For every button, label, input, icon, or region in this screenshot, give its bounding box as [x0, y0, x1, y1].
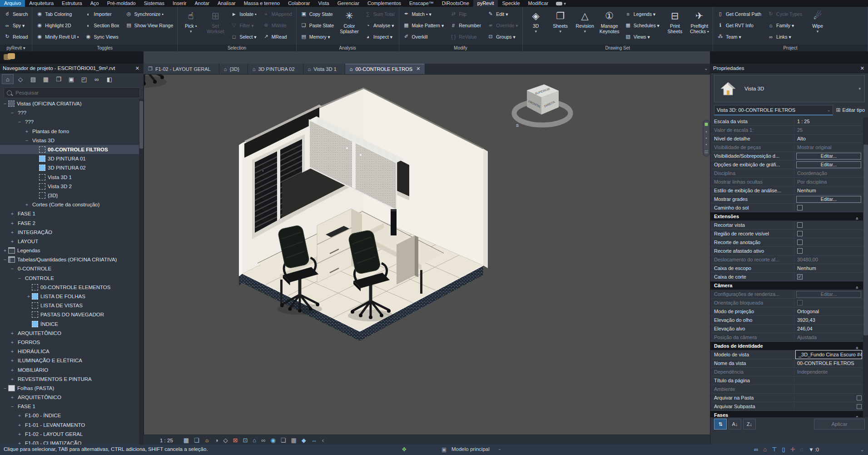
property-row[interactable]: Câmera » — [710, 281, 863, 290]
property-row[interactable]: Elevação do olho 3920,43 — [710, 316, 863, 325]
parts-icon[interactable]: ◰ — [78, 74, 90, 84]
set-workset-button[interactable]: ⊞SetWorkset — [203, 7, 228, 34]
tree-item[interactable]: + Plantas de forro — [0, 127, 139, 136]
menu-tab[interactable]: Aço — [86, 0, 103, 7]
ribbon-button[interactable]: ◐Importer — [83, 8, 122, 20]
tree-expander[interactable]: − — [2, 385, 8, 391]
chevron-down-icon[interactable]: ▾ — [858, 86, 861, 91]
edit-type-button[interactable]: ⊞ Editar tipo — [836, 107, 865, 113]
sort-default-icon[interactable]: ⇅ — [714, 419, 727, 430]
ribbon-button[interactable]: ✐Overkill — [401, 31, 446, 42]
menu-tab[interactable]: Estrutura — [58, 0, 86, 7]
property-value[interactable]: Editar... — [796, 161, 861, 168]
menu-tab[interactable]: Speckle — [498, 0, 524, 7]
ribbon-button[interactable]: ◉Sync Views — [83, 31, 122, 42]
menu-extra[interactable]: ▾ — [552, 0, 570, 7]
ribbon-button[interactable]: ∞Spy ▾ — [2, 20, 30, 31]
browser-search[interactable] — [4, 87, 140, 98]
tree-expander[interactable]: + — [9, 230, 15, 235]
ribbon-button[interactable]: ▤Show View Range — [124, 20, 176, 31]
preflight-checks-button[interactable]: ✈PreflightChecks • — [687, 7, 712, 34]
property-row[interactable]: Modelo de vista _3D_Fundo Cinza Escuro #… — [710, 350, 863, 359]
view-tab[interactable]: ⌂ {3D} — [219, 64, 248, 74]
tree-item[interactable]: {3D} — [0, 191, 139, 200]
menu-tab[interactable]: Arquitetura — [25, 0, 58, 7]
highlight-displacement-icon[interactable]: ◆ — [302, 435, 306, 445]
tree-expander[interactable]: − — [9, 110, 15, 115]
property-value[interactable] — [794, 299, 863, 307]
color-splasher-button[interactable]: ✳ColorSplasher — [337, 7, 362, 34]
close-icon[interactable]: ✕ — [859, 65, 866, 71]
wipe-button[interactable]: ☄Wipe▾ — [805, 7, 830, 34]
tree-expander[interactable]: − — [16, 119, 23, 125]
property-value[interactable]: 3920,43 — [794, 316, 863, 324]
tree-item[interactable]: − ??? — [0, 108, 139, 117]
property-value[interactable]: Nenhum — [794, 186, 863, 195]
ribbon-button[interactable]: ❏Paste State — [298, 20, 336, 31]
view-tab[interactable]: ⌂ Vista 3D 1 — [303, 64, 345, 74]
property-value[interactable] — [794, 385, 863, 393]
property-value[interactable]: Coordenação — [794, 169, 863, 177]
tree-expander[interactable]: + — [9, 376, 15, 382]
property-value[interactable]: Por disciplina — [794, 178, 863, 186]
revision-button[interactable]: △Revision▾ — [573, 7, 597, 34]
tree-item[interactable]: + F1-00 - ÍNDICE — [0, 411, 139, 420]
type-combo[interactable]: Vista 3D: 00-CONTROLE FILTROS⌄ — [714, 105, 833, 115]
tree-expander[interactable]: + — [25, 294, 32, 299]
tree-item[interactable]: + F1-02 - LAYOUT GERAL — [0, 430, 139, 439]
pick-button[interactable]: ☝Pick •▾ — [179, 7, 203, 34]
tree-expander[interactable]: + — [9, 211, 15, 216]
ribbon-button[interactable]: ✒Match • ▾ — [401, 8, 446, 20]
tree-expander[interactable]: − — [2, 257, 8, 262]
tree-item[interactable]: + ARQUITETÔNICO — [0, 329, 139, 338]
detail-level-icon[interactable]: ▦ — [184, 435, 189, 445]
property-value[interactable]: Independente — [794, 368, 863, 376]
property-value[interactable]: » — [853, 409, 861, 417]
menu-tab[interactable]: Analisar — [213, 0, 240, 7]
press-drag-icon[interactable]: ⊤ — [772, 446, 777, 453]
ribbon-button[interactable]: ☌Search — [2, 8, 30, 20]
property-value[interactable]: 25 — [794, 126, 863, 134]
temporary-hide-isolate-icon[interactable]: ∞ — [261, 435, 265, 445]
manage-keynotes-button[interactable]: ①ManageKeynotes — [597, 7, 622, 34]
tree-item[interactable]: − Vistas 3D — [0, 136, 139, 145]
tree-item[interactable]: − Tabelas/Quantidades (OFICINA CRIATIVA) — [0, 255, 139, 264]
ribbon-button[interactable]: ⌂Family ▾ — [765, 20, 804, 31]
tree-item[interactable]: 3D PINTURA 01 — [0, 154, 139, 163]
property-row[interactable]: Escala da vista 1 : 25 — [710, 117, 863, 126]
sort-ascending-icon[interactable]: A↓ — [729, 419, 741, 430]
analytical-model-icon[interactable]: ▦ — [291, 435, 296, 445]
menu-tab[interactable]: Colaborar — [284, 0, 314, 7]
tree-expander[interactable]: − — [24, 138, 30, 143]
property-row[interactable]: Caminho do sol — [710, 204, 863, 212]
menu-tab[interactable]: Complementos — [363, 0, 405, 7]
property-row[interactable]: Estilo de exibição de análise... Nenhum — [710, 186, 863, 195]
property-value[interactable]: Editar... — [796, 291, 861, 298]
views-icon[interactable]: ◇ — [15, 74, 26, 84]
ribbon-button[interactable]: ▰Override ▾ — [485, 20, 520, 31]
property-value[interactable] — [794, 230, 863, 238]
property-row[interactable]: Mostrar linhas ocultas Por disciplina — [710, 178, 863, 186]
ribbon-button[interactable]: ∞Links ▾ — [765, 31, 804, 42]
tree-expander[interactable]: + — [9, 330, 15, 336]
property-row[interactable]: Nome da vista 00-CONTROLE FILTROS — [710, 359, 863, 368]
tree-item[interactable]: + Legendas — [0, 246, 139, 255]
ribbon-button[interactable]: ≡Legends ▾ — [623, 8, 662, 20]
close-icon[interactable]: ✕ — [134, 65, 141, 71]
ribbon-button[interactable]: ▯Get Central Path — [715, 8, 764, 20]
shadows-icon[interactable]: ◑ — [215, 435, 218, 445]
menu-tab[interactable]: Enscape™ — [405, 0, 438, 7]
tree-item[interactable]: LISTA DE VISTAS — [0, 301, 139, 310]
tree-expander[interactable]: + — [16, 440, 23, 445]
menu-tab[interactable]: pyRevit — [473, 0, 498, 7]
apply-button[interactable]: Aplicar — [814, 419, 865, 430]
property-row[interactable]: Título da página — [710, 376, 863, 385]
ribbon-button[interactable]: □Select ▾ — [228, 31, 259, 42]
crop-view-icon[interactable]: ⊠ — [233, 435, 238, 445]
property-value[interactable] — [794, 376, 863, 385]
ribbon-button[interactable]: ◎Synchronize • — [124, 8, 176, 20]
status-expander-icon[interactable]: ⌄ — [860, 446, 864, 453]
ribbon-button[interactable]: ↻Cycle Types — [765, 8, 804, 20]
property-row[interactable]: Extensões » — [710, 212, 863, 221]
menu-tab[interactable]: Arquivo — [0, 0, 25, 7]
